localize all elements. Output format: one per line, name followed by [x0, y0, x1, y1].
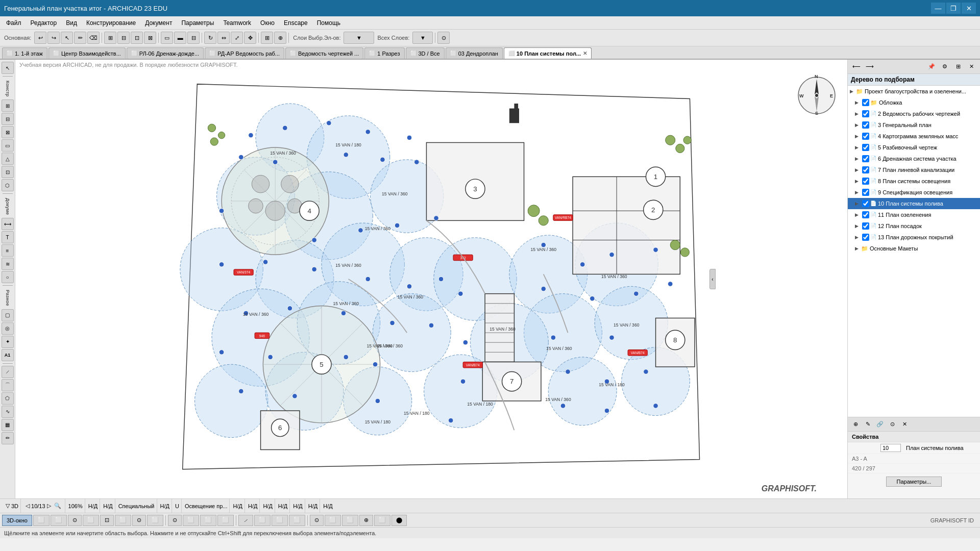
tb-door[interactable]: ▬	[174, 32, 186, 44]
menu-window[interactable]: Окно	[256, 18, 279, 28]
btm-btn-14[interactable]: ⬜	[254, 515, 271, 526]
btm-btn-12[interactable]: ⬜	[217, 515, 234, 526]
tree-item-kartogram[interactable]: ▶ 📄 4 Картограмма земляных масс	[848, 131, 980, 142]
menu-enscape[interactable]: Enscape	[280, 18, 312, 28]
tool-a1[interactable]: A1	[2, 349, 14, 361]
btm-btn-11[interactable]: ⬜	[200, 515, 216, 526]
btm-btn-16[interactable]: ⬜	[289, 515, 305, 526]
prop-btn-close[interactable]: ✕	[899, 419, 910, 430]
tree-item-planting[interactable]: ▶ 📄 12 План посадок	[848, 220, 980, 232]
tool-select-arrow[interactable]: ↖	[2, 62, 14, 74]
canvas-area[interactable]: Учебная версия ARCHICAD, не для продажи.…	[15, 60, 847, 498]
tree-item-cover[interactable]: ▶ 📁 Обложка	[848, 97, 980, 108]
tb-roof[interactable]: ⊠	[144, 32, 156, 44]
tool-beam[interactable]: ⊠	[2, 126, 14, 138]
btm-btn-10[interactable]: ⬜	[183, 515, 199, 526]
tree-item-irrigation[interactable]: ▶ 📄 10 План системы полива	[848, 198, 980, 209]
tb-extra[interactable]: ⊙	[437, 32, 450, 44]
tree-item-root[interactable]: ▶ 📁 Проект благоустройства и озеленени..…	[848, 86, 980, 97]
tb-pencil[interactable]: ✏	[74, 32, 86, 44]
tool-spline[interactable]: ∿	[2, 406, 14, 418]
tree-check-irrigation[interactable]	[862, 200, 869, 207]
menu-view[interactable]: Вид	[62, 18, 81, 28]
tree-item-genplan[interactable]: ▶ 📄 3 Генеральный план	[848, 119, 980, 131]
menu-params[interactable]: Параметры	[177, 18, 218, 28]
btm-btn-grid2[interactable]: ⊡	[100, 515, 114, 526]
tool-label[interactable]: ≡	[2, 244, 14, 257]
minimize-button[interactable]: —	[931, 3, 945, 14]
tb-mirror[interactable]: ⇔	[217, 32, 230, 44]
tree-item-lighting[interactable]: ▶ 📄 8 План системы освещения	[848, 176, 980, 187]
btm-btn-15[interactable]: ⬜	[272, 515, 288, 526]
tab-floor1[interactable]: ⬜ 1. 1-й этаж	[2, 47, 47, 59]
panel-settings-btn[interactable]: ⚙	[939, 61, 950, 72]
panel-close-btn[interactable]: ✕	[966, 61, 977, 72]
tb-stair[interactable]: ⊟	[187, 32, 200, 44]
tab-close-irrigation[interactable]: ✕	[583, 51, 587, 56]
tb-slab[interactable]: ⊟	[117, 32, 130, 44]
tool-roof[interactable]: △	[2, 153, 14, 165]
btm-btn-8[interactable]: ⬜	[147, 515, 163, 526]
btm-btn-18[interactable]: ⬜	[325, 515, 341, 526]
tool-hatch[interactable]: ≋	[2, 258, 14, 270]
tree-check-lightspec[interactable]	[862, 189, 869, 196]
tree-check-kartogram[interactable]	[862, 133, 869, 140]
view-3d-btn[interactable]: ▽	[4, 502, 11, 510]
tree-item-green[interactable]: ▶ 📄 11 План озеленения	[848, 209, 980, 220]
tree-item-layouts[interactable]: ▶ 📁 Основные Макеты	[848, 243, 980, 254]
tree-check-genplan[interactable]	[862, 121, 869, 129]
tree-item-sheet2[interactable]: ▶ 📄 2 Ведомость рабочих чертежей	[848, 108, 980, 119]
nav-next-btn[interactable]: ▷	[45, 502, 53, 510]
all-layers-dropdown[interactable]: ▼	[412, 32, 433, 44]
btm-btn-1[interactable]: ⬜	[33, 515, 50, 526]
tree-check-sewer[interactable]	[862, 166, 869, 173]
tool-object[interactable]: ◎	[2, 322, 14, 335]
prop-btn-1[interactable]: ⊕	[850, 419, 861, 430]
tool-zone[interactable]: ▢	[2, 309, 14, 321]
menu-file[interactable]: Файл	[2, 18, 26, 28]
panel-collapse-handle[interactable]: ‹	[709, 269, 716, 289]
tb-select[interactable]: ↖	[61, 32, 73, 44]
tool-dim[interactable]: ⟷	[2, 218, 14, 230]
btm-btn-17[interactable]: ⊙	[310, 515, 324, 526]
tool-fill[interactable]: ▦	[2, 419, 14, 431]
tab-section1[interactable]: ⬜ 1 Разрез	[364, 47, 404, 59]
tool-text[interactable]: T	[2, 231, 14, 243]
tree-item-razb[interactable]: ▶ 📄 5 Разбивочный чертеж	[848, 142, 980, 153]
tool-pencil2[interactable]: ✏	[2, 432, 14, 444]
menu-construct[interactable]: Конструирование	[82, 18, 140, 28]
btm-btn-obj[interactable]: ⊙	[168, 515, 182, 526]
tool-column[interactable]: ⊟	[2, 113, 14, 125]
tool-figure[interactable]: ○	[2, 271, 14, 283]
tab-works[interactable]: ⬜ РД-АР Ведомость раб...	[205, 47, 284, 59]
tb-col[interactable]: ⊡	[131, 32, 143, 44]
tree-item-drainage[interactable]: ▶ 📄 6 Дренажная система участка	[848, 153, 980, 164]
menu-teamwork[interactable]: Teamwork	[219, 18, 255, 28]
tool-morph[interactable]: ⬡	[2, 179, 14, 191]
layer-sel-dropdown[interactable]: ▼	[344, 32, 374, 44]
btm-btn-2[interactable]: ⬜	[51, 515, 67, 526]
btm-btn-6[interactable]: ⬜	[115, 515, 131, 526]
tab-center[interactable]: ⬜ Центр Взаимодейств...	[48, 47, 126, 59]
tree-check-roads[interactable]	[862, 234, 869, 241]
tree-check-planting[interactable]	[862, 222, 869, 230]
tb-walls[interactable]: ⊞	[104, 32, 116, 44]
maximize-button[interactable]: ❐	[946, 3, 961, 14]
panel-btn-1[interactable]: ⟵	[851, 61, 862, 72]
tb-rotate[interactable]: ↻	[204, 32, 216, 44]
tree-item-roads[interactable]: ▶ 📄 13 План дорожных покрытий	[848, 232, 980, 243]
tab-drainage[interactable]: ⬜ РЛ-06 Дренаж-дожде...	[127, 47, 204, 59]
btm-btn-ang[interactable]: ⊙	[132, 515, 146, 526]
tool-mesh[interactable]: ⊡	[2, 166, 14, 178]
btm-btn-ref[interactable]: ⟋	[238, 515, 253, 526]
tool-lamp[interactable]: ✦	[2, 336, 14, 348]
tree-check-sheet2[interactable]	[862, 110, 869, 117]
tree-check-razb[interactable]	[862, 144, 869, 151]
menu-help[interactable]: Помощь	[313, 18, 345, 28]
tree-container[interactable]: ▶ 📁 Проект благоустройства и озеленени..…	[848, 86, 980, 417]
btm-btn-21[interactable]: ⬜	[374, 515, 390, 526]
tree-item-lightspec[interactable]: ▶ 📄 9 Спецификация освещения	[848, 187, 980, 198]
tab-3d[interactable]: ⬜ 3D / Все	[406, 47, 445, 59]
tb-window[interactable]: ▭	[161, 32, 173, 44]
panel-layout-btn[interactable]: ⊞	[952, 61, 964, 72]
